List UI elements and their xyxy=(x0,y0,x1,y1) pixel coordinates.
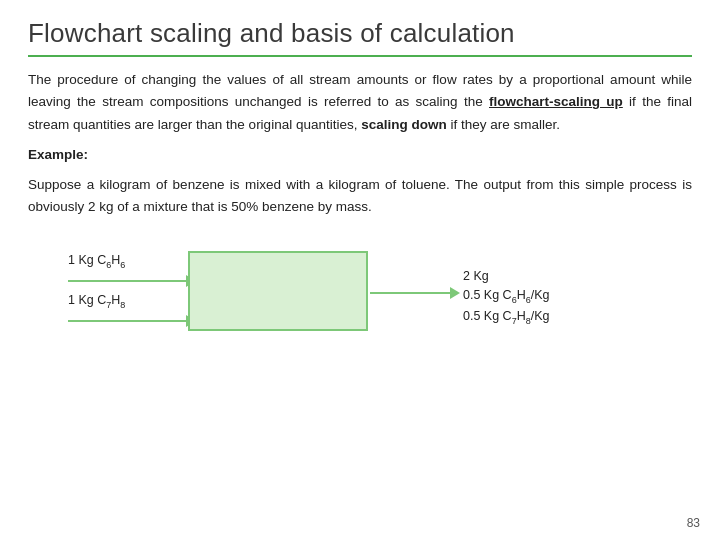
input-bottom-h: H xyxy=(111,293,120,307)
page-number: 83 xyxy=(687,516,700,530)
output-line2: 0.5 Kg C6H6/Kg xyxy=(463,286,549,307)
output-line3: 0.5 Kg C7H8/Kg xyxy=(463,307,549,328)
text-flowchart-scaling: flowchart-scaling up xyxy=(489,94,623,109)
arrow-bottom xyxy=(68,315,196,327)
process-diagram: 1 Kg C6H6 1 Kg C7H8 2 Kg 0.5 Kg C6H6/Kg xyxy=(68,233,692,363)
output-line2-end: /Kg xyxy=(531,288,550,302)
input-bottom-text: 1 Kg C xyxy=(68,293,106,307)
input-top-sub3: 6 xyxy=(120,259,125,269)
output-label: 2 Kg 0.5 Kg C6H6/Kg 0.5 Kg C7H8/Kg xyxy=(463,267,549,329)
input-top-h: H xyxy=(111,253,120,267)
output-line2-text: 0.5 Kg C xyxy=(463,288,512,302)
arrow-top xyxy=(68,275,196,287)
output-line3-end: /Kg xyxy=(531,309,550,323)
output-line3-text: 0.5 Kg C xyxy=(463,309,512,323)
arrow-output-head xyxy=(450,287,460,299)
input-top-label: 1 Kg C6H6 xyxy=(68,253,125,270)
title-divider xyxy=(28,55,692,57)
output-line3-h: H xyxy=(517,309,526,323)
process-box xyxy=(188,251,368,331)
slide-container: Flowchart scaling and basis of calculati… xyxy=(0,0,720,540)
input-top-text: 1 Kg C xyxy=(68,253,106,267)
arrow-bottom-line xyxy=(68,320,186,322)
body-paragraph-2: Suppose a kilogram of benzene is mixed w… xyxy=(28,174,692,219)
input-bottom-label: 1 Kg C7H8 xyxy=(68,293,125,310)
arrow-output xyxy=(370,287,460,299)
body-paragraph-1: The procedure of changing the values of … xyxy=(28,69,692,136)
text-scaling-down: scaling down xyxy=(361,117,447,132)
example-label: Example: xyxy=(28,144,692,166)
text-smaller: if they are smaller. xyxy=(447,117,560,132)
output-line2-h: H xyxy=(517,288,526,302)
example-bold-label: Example: xyxy=(28,147,88,162)
slide-title: Flowchart scaling and basis of calculati… xyxy=(28,18,692,49)
output-line1: 2 Kg xyxy=(463,267,549,286)
arrow-output-line xyxy=(370,292,450,294)
input-bottom-sub3: 8 xyxy=(120,299,125,309)
arrow-top-line xyxy=(68,280,186,282)
